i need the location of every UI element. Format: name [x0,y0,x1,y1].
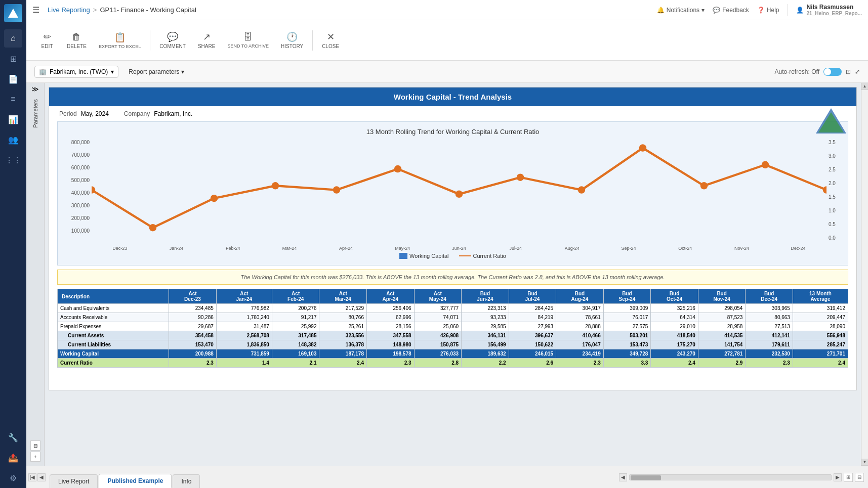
nav-home[interactable]: ⌂ [4,29,22,48]
row-value: 217,529 [319,304,367,313]
comment-button[interactable]: 💬 COMMENT [154,28,191,52]
col-nov24: BudNov-24 [698,289,746,304]
col-feb24: ActFeb-24 [272,289,319,304]
tab-prev[interactable]: ◀ [37,473,46,481]
row-value: 29,010 [651,322,698,331]
nav-users[interactable]: 👥 [4,130,22,149]
feedback-btn[interactable]: 💬 Feedback [713,7,749,14]
row-value: 2.6 [509,359,556,368]
main-area: ☰ Live Reporting > GP11- Finance - Worki… [26,0,868,488]
row-value: 187,178 [319,349,367,359]
filter-icon[interactable]: ⊟ [30,440,40,451]
svg-point-7 [394,165,402,173]
nav-list[interactable]: ≡ [4,90,22,108]
tab-info[interactable]: Info [173,474,200,488]
chart-x-label: Dec-23 [92,246,148,251]
table-row: Prepaid Expenses29,68731,48725,99225,261… [58,322,848,331]
chart-y-left: 800,000 700,000 600,000 500,000 400,000 … [64,140,92,241]
svg-point-6 [333,186,341,194]
nav-reports[interactable]: 📄 [4,70,22,88]
report-params-button[interactable]: Report parameters ▾ [125,66,188,77]
secondary-toolbar: 🏢 Fabrikam, Inc. (TWO) ▾ Report paramete… [26,61,868,83]
row-value: 87,523 [698,313,746,322]
row-value: 556,948 [793,331,848,340]
toolbar: ✏ EDIT 🗑 DELETE 📋 EXPORT TO EXCEL 💬 COMM… [26,20,868,61]
period-value: May, 2024 [81,110,109,117]
scroll-down[interactable]: ▼ [861,459,869,466]
row-description: Current Ratio [58,359,169,368]
row-value: 232,530 [746,349,793,359]
toolbar-separator-1 [150,30,150,51]
nav-grid[interactable]: ⋮⋮ [4,151,22,169]
notifications-btn[interactable]: 🔔 Notifications ▾ [657,7,705,14]
archive-button[interactable]: 🗄 SEND TO ARCHIVE [222,29,274,52]
app-logo[interactable] [4,4,22,22]
col-dec23: ActDec-23 [169,289,217,304]
row-value: 317,485 [272,331,319,340]
chart-x-label: May-24 [374,246,431,251]
row-value: 136,378 [319,340,367,349]
row-value: 304,917 [556,304,604,313]
chart-title: 13 Month Rolling Trend for Working Capit… [64,128,842,136]
row-value: 80,663 [746,313,793,322]
col-aug24: BudAug-24 [556,289,604,304]
help-btn[interactable]: ❓ Help [757,7,779,14]
horizontal-scrollbar[interactable] [629,474,832,480]
zoom-in-icon[interactable]: ⊞ [844,473,853,482]
zoom-out-icon[interactable]: ⊟ [855,473,864,482]
export-button[interactable]: 📋 EXPORT TO EXCEL [94,29,146,52]
expand-toggle[interactable]: ≫ [31,85,39,93]
row-value: 1.4 [216,359,272,368]
company-selector[interactable]: 🏢 Fabrikam, Inc. (TWO) ▾ [34,66,118,78]
row-value: 349,728 [603,349,651,359]
company-label-meta: Company [124,110,150,117]
period-label: Period [59,110,77,117]
row-value: 27,575 [603,322,651,331]
add-icon[interactable]: + [30,452,40,462]
edit-button[interactable]: ✏ EDIT [34,28,60,52]
table-row: Current Liabilities153,4701,836,850148,3… [58,340,848,349]
svg-point-11 [639,144,647,152]
row-value: 25,992 [272,322,319,331]
nav-analytics[interactable]: 📊 [4,110,22,128]
row-value: 93,233 [462,313,509,322]
row-value: 426,908 [414,331,462,340]
data-table: Description ActDec-23 ActJan-24 ActFeb-2… [57,289,848,368]
table-row: Current Assets354,4582,568,708317,485323… [58,331,848,340]
row-value: 2.3 [746,359,793,368]
row-value: 327,777 [414,304,462,313]
delete-button[interactable]: 🗑 DELETE [62,29,92,52]
history-button[interactable]: 🕐 HISTORY [276,28,308,52]
scroll-up[interactable]: ▲ [861,83,869,90]
row-value: 271,701 [793,349,848,359]
row-value: 410,466 [556,331,604,340]
scroll-right[interactable]: ▶ [834,473,842,481]
user-info[interactable]: 👤 Nils Rasmussen 21_Heino_ERP_Repo... [796,4,862,16]
tab-published-example[interactable]: Published Example [99,474,172,488]
report-container: Working Capital - Trend Analysis Period … [49,87,857,390]
scroll-left[interactable]: ◀ [619,473,627,481]
tab-live-report[interactable]: Live Report [50,474,98,488]
chart-section: 13 Month Rolling Trend for Working Capit… [57,121,848,265]
edit-icon: ✏ [44,31,51,42]
auto-refresh-toggle[interactable] [823,68,842,76]
hamburger-icon[interactable]: ☰ [32,5,39,15]
nav-settings[interactable]: ⚙ [4,469,22,487]
row-value: 25,261 [319,322,367,331]
close-button[interactable]: ✕ CLOSE [317,28,344,52]
row-value: 148,382 [272,340,319,349]
company-item: Company Fabrikam, Inc. [124,110,192,117]
tab-first[interactable]: |◀ [28,473,36,481]
nav-export[interactable]: 📤 [4,449,22,467]
row-value: 2.3 [169,359,217,368]
share-button[interactable]: ↗ SHARE [193,28,220,52]
nav-dashboard[interactable]: ⊞ [4,50,22,68]
chevron-down-icon: ▾ [111,68,114,75]
svg-marker-1 [818,112,844,132]
breadcrumb-home[interactable]: Live Reporting [48,6,90,14]
company-value: Fabrikam, Inc. [154,110,192,117]
svg-point-9 [517,173,524,181]
col-mar24: ActMar-24 [319,289,367,304]
nav-tools[interactable]: 🔧 [4,428,22,447]
row-value: 150,875 [414,340,462,349]
